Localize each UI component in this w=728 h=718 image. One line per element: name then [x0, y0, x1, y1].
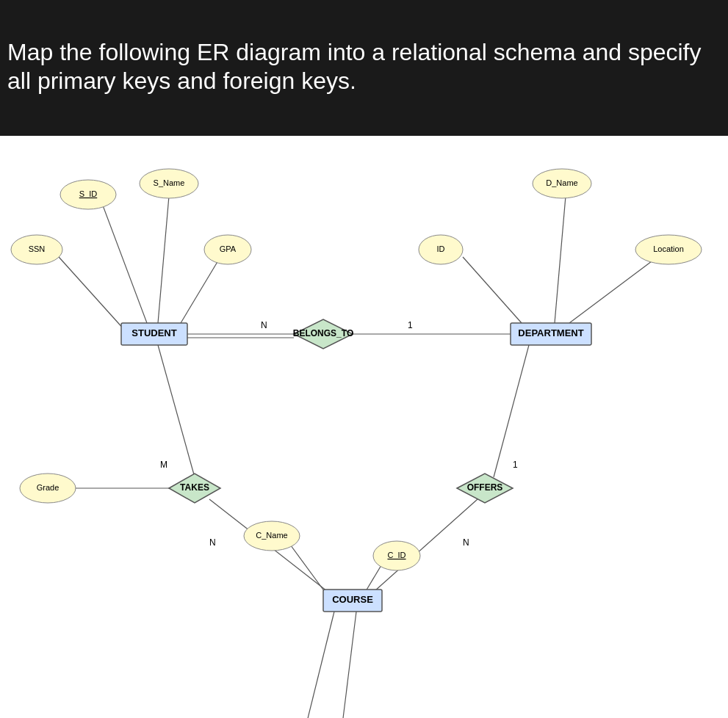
relation-belongs-to: BELONGS_TO: [293, 319, 353, 349]
svg-line-5: [463, 257, 522, 323]
attr-cname: C_Name: [244, 521, 300, 551]
cardinality-1-belongs: 1: [408, 320, 413, 330]
attr-dname: D_Name: [533, 169, 591, 198]
svg-text:C_ID: C_ID: [387, 551, 406, 559]
svg-line-0: [103, 206, 147, 323]
svg-text:SSN: SSN: [29, 244, 46, 253]
cardinality-n-belongs: N: [261, 320, 267, 330]
entity-student: STUDENT: [121, 323, 187, 345]
svg-text:S_Name: S_Name: [154, 178, 185, 187]
entity-course: COURSE: [323, 590, 382, 612]
svg-text:Location: Location: [653, 244, 684, 253]
attr-id: ID: [419, 235, 463, 264]
svg-line-1: [158, 196, 169, 323]
relation-offers: OFFERS: [457, 474, 513, 503]
svg-text:ID: ID: [437, 244, 445, 253]
svg-text:STUDENT: STUDENT: [131, 327, 176, 338]
attr-location: Location: [635, 235, 702, 264]
svg-text:Grade: Grade: [37, 483, 60, 492]
page-header: Map the following ER diagram into a rela…: [0, 0, 728, 136]
svg-text:GPA: GPA: [220, 244, 237, 253]
cardinality-m-takes: M: [160, 460, 167, 470]
cardinality-1-offers: 1: [513, 460, 518, 470]
attr-sid: S_ID: [60, 180, 116, 209]
attr-grade: Grade: [20, 474, 76, 503]
svg-text:D_Name: D_Name: [546, 178, 577, 187]
svg-line-15: [286, 540, 327, 595]
svg-text:BELONGS_TO: BELONGS_TO: [293, 328, 353, 338]
cardinality-n-takes: N: [209, 537, 216, 548]
er-diagram-area: STUDENT DEPARTMENT COURSE BELONGS_TO TAK…: [0, 136, 728, 718]
attr-ssn: SSN: [11, 235, 62, 264]
svg-text:COURSE: COURSE: [332, 594, 373, 605]
svg-line-13: [494, 345, 529, 477]
svg-line-3: [176, 257, 220, 330]
svg-line-10: [158, 345, 195, 477]
svg-line-17: [298, 612, 334, 718]
attr-cid: C_ID: [373, 541, 420, 570]
attr-sname: S_Name: [140, 169, 198, 198]
svg-text:DEPARTMENT: DEPARTMENT: [518, 327, 583, 338]
svg-text:TAKES: TAKES: [180, 482, 209, 493]
header-title: Map the following ER diagram into a rela…: [7, 38, 721, 95]
svg-text:S_ID: S_ID: [79, 189, 98, 198]
svg-text:C_Name: C_Name: [256, 531, 287, 540]
svg-line-4: [555, 196, 566, 323]
svg-text:OFFERS: OFFERS: [467, 482, 503, 493]
svg-line-18: [338, 612, 356, 718]
relation-takes: TAKES: [169, 474, 220, 503]
entity-department: DEPARTMENT: [511, 323, 591, 345]
attr-gpa: GPA: [204, 235, 251, 264]
svg-line-6: [569, 257, 657, 323]
cardinality-n-offers: N: [463, 537, 469, 548]
svg-line-2: [59, 257, 125, 330]
